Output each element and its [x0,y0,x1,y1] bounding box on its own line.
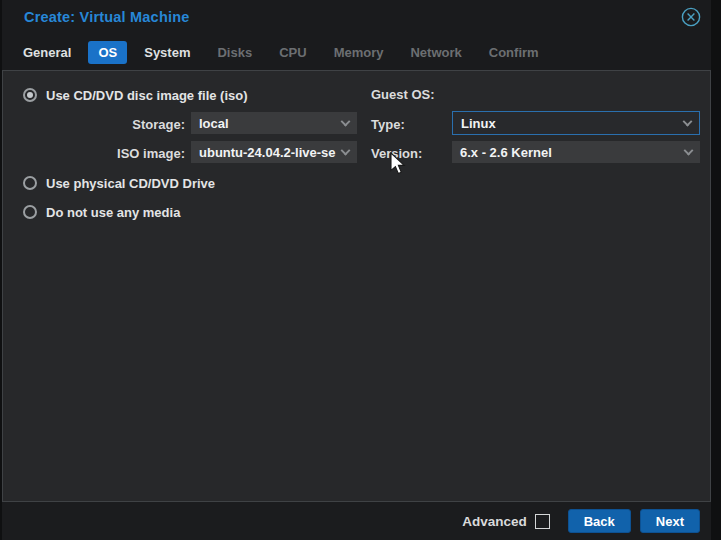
dialog-titlebar: Create: Virtual Machine [2,0,711,34]
chevron-down-icon [341,146,351,156]
radio-physical-drive[interactable]: Use physical CD/DVD Drive [23,175,215,191]
storage-select[interactable]: local [191,112,357,134]
version-select-value: 6.x - 2.6 Kernel [460,145,552,160]
dialog-title: Create: Virtual Machine [24,9,190,25]
radio-no-media-label: Do not use any media [46,205,180,220]
guest-os-heading: Guest OS: [371,87,435,102]
radio-use-iso-label: Use CD/DVD disc image file (iso) [46,88,248,103]
close-icon [681,7,701,27]
next-button[interactable]: Next [640,509,700,533]
radio-physical-drive-label: Use physical CD/DVD Drive [46,176,215,191]
radio-selected-icon [23,88,37,102]
dialog-footer: Advanced Back Next [2,502,711,540]
iso-image-select[interactable]: ubuntu-24.04.2-live-se [191,141,357,163]
tab-memory: Memory [324,41,394,64]
chevron-down-icon [341,117,351,127]
radio-unselected-icon [23,176,37,190]
type-label: Type: [371,117,405,132]
iso-image-label: ISO image: [63,146,185,161]
type-select-value: Linux [461,116,496,131]
back-button[interactable]: Back [568,509,631,533]
advanced-label: Advanced [462,514,527,529]
version-label: Version: [371,146,422,161]
chevron-down-icon [684,146,694,156]
advanced-checkbox[interactable] [535,514,550,529]
storage-label: Storage: [63,117,185,132]
type-select[interactable]: Linux [452,111,700,135]
radio-unselected-icon [23,205,37,219]
close-button[interactable] [680,6,702,28]
tab-os[interactable]: OS [88,41,127,64]
radio-no-media[interactable]: Do not use any media [23,204,180,220]
create-vm-dialog: Create: Virtual Machine General OS Syste… [2,0,711,540]
os-tab-panel: Use CD/DVD disc image file (iso) Storage… [2,70,711,502]
radio-use-iso[interactable]: Use CD/DVD disc image file (iso) [23,87,248,103]
tab-cpu: CPU [269,41,316,64]
tab-general[interactable]: General [13,41,81,64]
storage-select-value: local [199,116,229,131]
wizard-tabbar: General OS System Disks CPU Memory Netwo… [2,34,711,70]
tab-confirm: Confirm [479,41,549,64]
tab-network: Network [400,41,471,64]
tab-disks: Disks [207,41,262,64]
version-select[interactable]: 6.x - 2.6 Kernel [452,141,700,163]
chevron-down-icon [683,117,693,127]
iso-image-select-value: ubuntu-24.04.2-live-se [199,145,336,160]
tab-system[interactable]: System [134,41,200,64]
